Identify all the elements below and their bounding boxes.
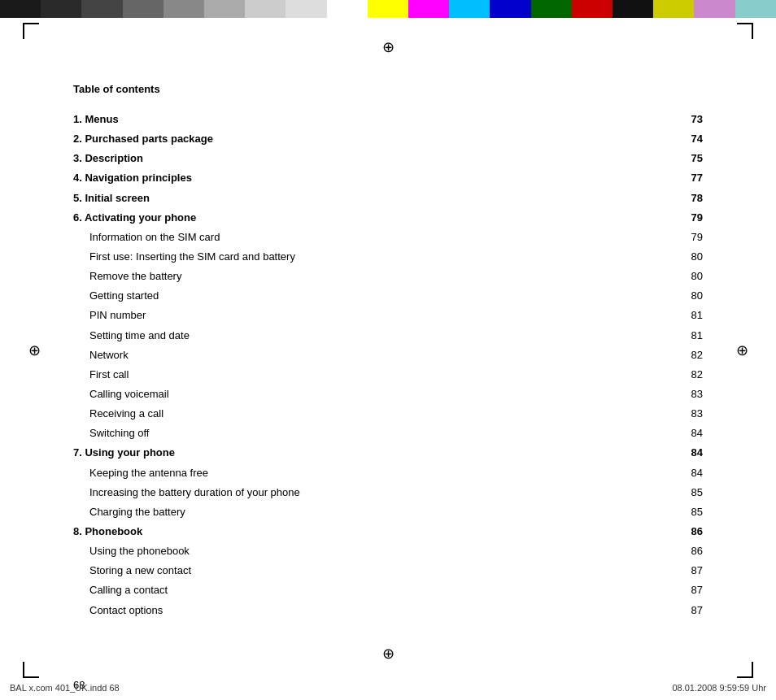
toc-main-entry: 4. Navigation principles77 bbox=[73, 168, 703, 188]
color-segment bbox=[490, 0, 530, 18]
corner-mark-bl bbox=[23, 662, 39, 678]
toc-entry-page: 84 bbox=[652, 424, 703, 443]
color-segment bbox=[286, 0, 326, 18]
color-segment bbox=[735, 0, 776, 18]
toc-entry-label: Getting started bbox=[73, 286, 652, 306]
toc-entry-page: 75 bbox=[652, 149, 703, 168]
toc-entry-label: Receiving a call bbox=[73, 404, 652, 424]
corner-mark-br bbox=[737, 662, 753, 678]
toc-entry-page: 74 bbox=[652, 129, 703, 149]
color-bar bbox=[0, 0, 776, 18]
toc-entry-label: 2. Purchased parts package bbox=[73, 129, 652, 149]
toc-entry-label: Contact options bbox=[73, 601, 652, 620]
toc-sub-entry: Calling voicemail83 bbox=[73, 385, 703, 404]
toc-entry-label: Remove the battery bbox=[73, 267, 652, 286]
toc-table: 1. Menus732. Purchased parts package743.… bbox=[73, 110, 703, 620]
toc-sub-entry: Getting started80 bbox=[73, 286, 703, 306]
toc-entry-label: Using the phonebook bbox=[73, 541, 652, 561]
toc-entry-label: Calling a contact bbox=[73, 580, 652, 600]
toc-sub-entry: Setting time and date81 bbox=[73, 326, 703, 346]
color-segment bbox=[0, 0, 41, 18]
toc-entry-label: 5. Initial screen bbox=[73, 189, 652, 208]
toc-main-entry: 8. Phonebook86 bbox=[73, 522, 703, 541]
toc-sub-entry: Receiving a call83 bbox=[73, 404, 703, 424]
main-content: Table of contents 1. Menus732. Purchased… bbox=[0, 18, 776, 669]
color-segment bbox=[449, 0, 490, 18]
toc-entry-label: 1. Menus bbox=[73, 110, 652, 129]
toc-entry-page: 82 bbox=[652, 365, 703, 385]
toc-sub-entry: Information on the SIM card79 bbox=[73, 228, 703, 247]
color-segment bbox=[368, 0, 408, 18]
toc-entry-page: 77 bbox=[652, 168, 703, 188]
color-segment bbox=[81, 0, 122, 18]
toc-entry-label: 3. Description bbox=[73, 149, 652, 168]
toc-main-entry: 2. Purchased parts package74 bbox=[73, 129, 703, 149]
toc-entry-page: 86 bbox=[652, 541, 703, 561]
crosshair-bottom: ⊕ bbox=[380, 646, 396, 662]
toc-entry-label: Increasing the battery duration of your … bbox=[73, 483, 652, 502]
toc-main-entry: 1. Menus73 bbox=[73, 110, 703, 129]
toc-entry-label: 8. Phonebook bbox=[73, 522, 652, 541]
toc-entry-page: 86 bbox=[652, 522, 703, 541]
corner-mark-tl bbox=[23, 23, 39, 39]
color-segment bbox=[572, 0, 613, 18]
toc-entry-page: 81 bbox=[652, 326, 703, 346]
toc-entry-label: Charging the battery bbox=[73, 502, 652, 522]
color-segment bbox=[41, 0, 81, 18]
toc-entry-label: First call bbox=[73, 365, 652, 385]
toc-entry-label: PIN number bbox=[73, 306, 652, 325]
color-segment bbox=[408, 0, 449, 18]
footer-left: BAL x.com 401_UK.indd 68 bbox=[10, 683, 120, 693]
color-segment bbox=[694, 0, 735, 18]
crosshair-left: ⊕ bbox=[26, 342, 42, 359]
toc-sub-entry: Contact options87 bbox=[73, 601, 703, 620]
toc-entry-page: 84 bbox=[652, 443, 703, 463]
toc-entry-page: 85 bbox=[652, 502, 703, 522]
crosshair-right: ⊕ bbox=[734, 342, 750, 359]
toc-entry-label: Calling voicemail bbox=[73, 385, 652, 404]
color-segment bbox=[163, 0, 204, 18]
color-segment bbox=[327, 0, 368, 18]
toc-entry-label: Keeping the antenna free bbox=[73, 463, 652, 483]
toc-entry-page: 78 bbox=[652, 189, 703, 208]
color-segment bbox=[245, 0, 286, 18]
toc-entry-label: Network bbox=[73, 346, 652, 365]
color-segment bbox=[653, 0, 694, 18]
toc-entry-page: 79 bbox=[652, 228, 703, 247]
toc-entry-page: 84 bbox=[652, 463, 703, 483]
toc-sub-entry: Remove the battery80 bbox=[73, 267, 703, 286]
toc-entry-page: 83 bbox=[652, 404, 703, 424]
toc-title: Table of contents bbox=[73, 83, 703, 95]
toc-entry-page: 82 bbox=[652, 346, 703, 365]
color-segment bbox=[204, 0, 245, 18]
color-segment bbox=[613, 0, 653, 18]
color-segment bbox=[123, 0, 163, 18]
toc-entry-page: 80 bbox=[652, 247, 703, 267]
toc-main-entry: 7. Using your phone84 bbox=[73, 443, 703, 463]
toc-entry-label: Switching off bbox=[73, 424, 652, 443]
toc-sub-entry: First call82 bbox=[73, 365, 703, 385]
toc-main-entry: 3. Description75 bbox=[73, 149, 703, 168]
toc-entry-label: 4. Navigation principles bbox=[73, 168, 652, 188]
toc-entry-label: First use: Inserting the SIM card and ba… bbox=[73, 247, 652, 267]
toc-sub-entry: Charging the battery85 bbox=[73, 502, 703, 522]
toc-entry-page: 80 bbox=[652, 286, 703, 306]
toc-entry-label: 6. Activating your phone bbox=[73, 208, 652, 228]
toc-entry-label: 7. Using your phone bbox=[73, 443, 652, 463]
toc-entry-page: 81 bbox=[652, 306, 703, 325]
toc-sub-entry: Keeping the antenna free84 bbox=[73, 463, 703, 483]
toc-sub-entry: Calling a contact87 bbox=[73, 580, 703, 600]
toc-sub-entry: Switching off84 bbox=[73, 424, 703, 443]
toc-entry-page: 87 bbox=[652, 580, 703, 600]
page-wrapper: ⊕ ⊕ ⊕ ⊕ Table of contents 1. Menus732. P… bbox=[0, 0, 776, 700]
footer: BAL x.com 401_UK.indd 68 08.01.2008 9:59… bbox=[0, 683, 776, 693]
toc-sub-entry: Storing a new contact87 bbox=[73, 561, 703, 580]
corner-mark-tr bbox=[737, 23, 753, 39]
toc-entry-page: 79 bbox=[652, 208, 703, 228]
color-segment bbox=[531, 0, 572, 18]
toc-entry-label: Storing a new contact bbox=[73, 561, 652, 580]
toc-entry-label: Setting time and date bbox=[73, 326, 652, 346]
crosshair-top: ⊕ bbox=[380, 39, 396, 55]
toc-entry-page: 85 bbox=[652, 483, 703, 502]
toc-entry-label: Information on the SIM card bbox=[73, 228, 652, 247]
